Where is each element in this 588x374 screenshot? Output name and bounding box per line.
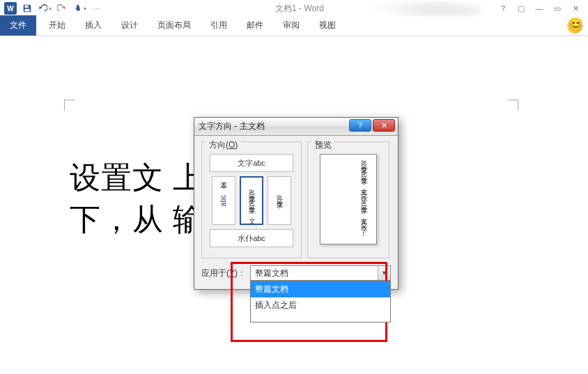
tab-mailings[interactable]: 邮件 <box>237 15 273 36</box>
tab-home[interactable]: 开始 <box>39 15 75 36</box>
smiley-icon <box>567 18 582 33</box>
ribbon-tabs: 文件 开始 插入 设计 页面布局 引用 邮件 审阅 视图 <box>0 17 588 36</box>
crop-mark-tl <box>64 100 75 111</box>
restore-button[interactable]: ▭ <box>549 2 566 15</box>
apply-to-label: 应用于(Y)： <box>201 267 246 279</box>
svg-rect-1 <box>25 9 30 12</box>
preview-label: 预览 <box>312 139 334 151</box>
text-direction-dialog: 文字方向 - 主文档 ? ✕ 方向(O) 文字abc abc字文 文字abc文字… <box>194 117 399 290</box>
undo-dropdown-icon[interactable]: ▾ <box>49 6 54 12</box>
orientation-group: 方向(O) 文字abc abc字文 文字abc文字abc文 文字abc 水仆ab… <box>201 141 302 258</box>
orientation-rotated[interactable]: 水仆abc <box>210 229 293 247</box>
tab-design[interactable]: 设计 <box>111 15 148 36</box>
tab-view[interactable]: 视图 <box>309 15 346 36</box>
tab-references[interactable]: 引用 <box>201 15 237 36</box>
save-button[interactable] <box>20 1 35 16</box>
touch-mode-button[interactable] <box>70 1 85 16</box>
apply-to-combo[interactable]: 整篇文档 ▼ <box>250 265 391 281</box>
combo-dropdown-icon[interactable]: ▼ <box>378 266 390 280</box>
orientation-vertical-2-selected[interactable]: 文字abc文字abc文 <box>240 176 263 225</box>
orientation-vertical-3[interactable]: 文字abc <box>268 176 291 225</box>
dropdown-option-after-insertion[interactable]: 插入点之后 <box>251 297 390 313</box>
ribbon-display-button[interactable]: ▢ <box>513 2 529 15</box>
apply-to-value: 整篇文档 <box>251 267 378 279</box>
svg-rect-0 <box>25 6 29 8</box>
orientation-horizontal[interactable]: 文字abc <box>210 154 293 172</box>
redo-button[interactable] <box>54 1 70 16</box>
undo-button[interactable] <box>35 1 50 16</box>
preview-text: 文字abc文字abc文 字abc文字abc文 字abc→ <box>358 160 369 238</box>
dialog-title: 文字方向 - 主文档 <box>199 120 265 132</box>
tab-insert[interactable]: 插入 <box>75 15 111 36</box>
word-app-icon: W <box>4 2 17 15</box>
tab-review[interactable]: 审阅 <box>273 15 309 36</box>
apply-to-dropdown: 整篇文档 插入点之后 <box>250 281 391 322</box>
title-bar: W ▾ ▾ ⋯ 文档1 - Word ? ▢ — ▭ ✕ <box>0 0 588 17</box>
minimize-button[interactable]: — <box>531 2 548 15</box>
dropdown-option-whole-doc[interactable]: 整篇文档 <box>251 281 390 297</box>
dialog-close-button[interactable]: ✕ <box>373 119 395 132</box>
tab-file[interactable]: 文件 <box>0 15 36 36</box>
preview-group: 预览 文字abc文字abc文 字abc文字abc文 字abc→ <box>307 141 389 258</box>
orientation-vertical-1[interactable]: abc字文 <box>212 176 235 225</box>
qat-customize-button[interactable]: ⋯ <box>89 1 105 16</box>
orientation-label: 方向(O) <box>206 139 240 151</box>
window-title: 文档1 - Word <box>105 3 495 15</box>
preview-page: 文字abc文字abc文 字abc文字abc文 字abc→ <box>320 154 377 244</box>
touch-dropdown-icon[interactable]: ▾ <box>84 6 89 12</box>
dialog-title-bar[interactable]: 文字方向 - 主文档 ? ✕ <box>194 118 398 136</box>
crop-mark-tr <box>507 100 518 111</box>
dialog-help-button[interactable]: ? <box>349 119 371 132</box>
close-button[interactable]: ✕ <box>567 2 584 15</box>
help-button[interactable]: ? <box>495 2 511 15</box>
tab-layout[interactable]: 页面布局 <box>148 15 201 36</box>
